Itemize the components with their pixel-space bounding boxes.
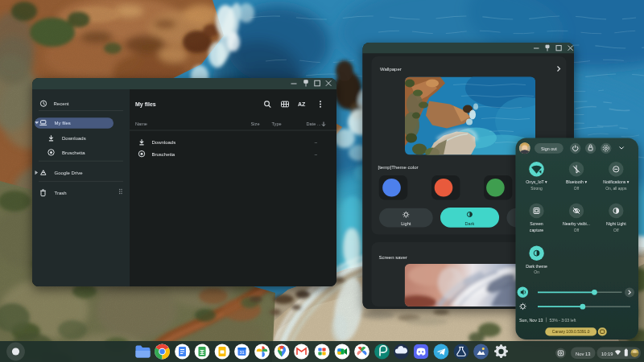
svg-text:Downloads: Downloads — [152, 140, 176, 145]
svg-text:Date ...: Date ... — [307, 121, 321, 126]
svg-text:Strong: Strong — [530, 187, 543, 191]
svg-text:Trash: Trash — [55, 191, 67, 195]
svg-text:Screen: Screen — [530, 221, 543, 226]
svg-text:10:19: 10:19 — [601, 352, 613, 356]
svg-text:Onyx_IoT ▾: Onyx_IoT ▾ — [526, 179, 547, 184]
svg-text:Downloads: Downloads — [62, 136, 86, 141]
svg-text:Dark theme: Dark theme — [526, 264, 547, 269]
svg-text:Bruschetta: Bruschetta — [62, 150, 85, 155]
svg-text:Canary 109.0.5391.0: Canary 109.0.5391.0 — [552, 329, 590, 334]
svg-text:On, all apps: On, all apps — [605, 187, 627, 191]
svg-text:My files: My files — [55, 121, 71, 125]
svg-text:Dark: Dark — [464, 221, 474, 226]
svg-text:Off: Off — [574, 228, 580, 232]
svg-text:Name: Name — [135, 121, 147, 126]
svg-text:Light: Light — [401, 221, 411, 226]
svg-text:My files: My files — [135, 101, 156, 108]
svg-text:Size: Size — [251, 121, 260, 126]
svg-text:Sun, Nov 13: Sun, Nov 13 — [519, 318, 543, 323]
svg-text:Night Light: Night Light — [606, 221, 626, 226]
svg-text:On: On — [534, 270, 539, 274]
svg-text:Bluetooth ▾: Bluetooth ▾ — [566, 179, 587, 184]
svg-text:31: 31 — [239, 350, 244, 355]
svg-text:Nearby visibi...: Nearby visibi... — [563, 221, 590, 226]
svg-text:Google Drive: Google Drive — [55, 171, 84, 175]
svg-text:Recent: Recent — [54, 101, 69, 106]
svg-text:Screen saver: Screen saver — [379, 255, 407, 260]
svg-text:Bruschetta: Bruschetta — [152, 152, 175, 157]
svg-text:Type: Type — [272, 121, 282, 126]
svg-text:Notifications ▾: Notifications ▾ — [603, 179, 630, 184]
svg-text:Off: Off — [613, 228, 619, 232]
svg-text:Sign out: Sign out — [541, 146, 557, 151]
svg-text:Off: Off — [574, 187, 580, 191]
svg-text:capture: capture — [530, 228, 543, 232]
svg-text:AZ: AZ — [298, 101, 306, 107]
svg-text:53% - 3:03 left: 53% - 3:03 left — [550, 318, 576, 323]
svg-text:[temp]Theme color: [temp]Theme color — [378, 165, 419, 170]
svg-text:Wallpaper: Wallpaper — [380, 67, 402, 72]
svg-text:Nov 13: Nov 13 — [576, 352, 590, 356]
